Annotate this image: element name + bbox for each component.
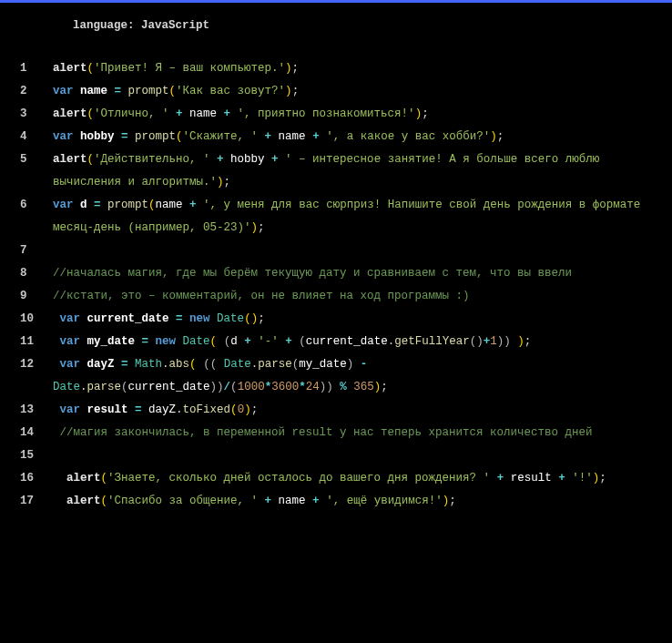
token: current_date xyxy=(128,381,210,393)
token: - xyxy=(353,358,374,371)
code-block: 1alert('Привет! Я – ваш компьютер.');2va… xyxy=(18,57,654,513)
line-number: 12 xyxy=(18,353,53,376)
token: ; xyxy=(449,495,456,507)
token: Date xyxy=(217,312,244,325)
token: = xyxy=(115,85,128,97)
code-line: 3alert('Отлично, ' + name + ', приятно п… xyxy=(18,103,654,126)
line-number: 10 xyxy=(18,308,53,331)
token: ( xyxy=(101,495,108,507)
token: d xyxy=(74,199,95,211)
code-content: var hobby = prompt('Скажите, ' + name + … xyxy=(53,126,654,148)
token: + xyxy=(210,153,231,166)
code-content: alert('Действительно, ' + hobby + ' – ин… xyxy=(53,148,654,194)
line-number: 3 xyxy=(18,103,53,126)
token: 'Спасибо за общение, ' xyxy=(107,495,258,507)
token: ( xyxy=(230,381,238,393)
token: + xyxy=(183,199,204,211)
code-content xyxy=(53,240,654,262)
token: () xyxy=(470,335,484,348)
token xyxy=(53,358,60,371)
code-line: 11 var my_date = new Date( (d + '-' + (c… xyxy=(18,331,654,353)
token: 'Привет! Я – ваш компьютер.' xyxy=(94,62,285,75)
token: alert xyxy=(66,472,101,485)
token: . xyxy=(162,358,169,371)
token: ( xyxy=(87,107,95,120)
token: = xyxy=(135,403,148,416)
language-label: language: JavaScript xyxy=(18,19,654,32)
token: ; xyxy=(422,107,429,120)
token xyxy=(210,312,218,325)
token: '-' xyxy=(258,335,279,348)
code-line: 10 var current_date = new Date(); xyxy=(18,308,654,331)
token: ; xyxy=(224,176,231,189)
code-content: var result = dayZ.toFixed(0); xyxy=(53,399,654,422)
line-number: 5 xyxy=(18,148,53,171)
token: ( xyxy=(224,335,231,348)
token: . xyxy=(80,381,87,393)
token: my_date xyxy=(80,335,142,348)
token: 1 xyxy=(490,335,497,348)
token: Date xyxy=(183,335,210,348)
token: Date xyxy=(224,358,251,371)
token: 'Знаете, сколько дней осталось до вашего… xyxy=(107,472,490,485)
token: abs xyxy=(169,358,190,371)
token: 1000 xyxy=(238,381,265,393)
token: ; xyxy=(292,62,300,75)
token: ; xyxy=(497,130,504,143)
token: ; xyxy=(599,472,606,485)
token xyxy=(53,495,66,507)
token: ) xyxy=(490,130,497,143)
token: ', приятно познакомиться!' xyxy=(238,107,415,120)
token: ) xyxy=(511,335,524,348)
token: //магия закончилась, в переменной result… xyxy=(60,426,593,439)
code-content: //началась магия, где мы берём текущую д… xyxy=(53,262,654,285)
token: ( xyxy=(176,130,183,143)
token: prompt xyxy=(135,130,176,143)
token: ( xyxy=(87,62,95,75)
token: )) xyxy=(497,335,511,348)
token: ( xyxy=(121,381,128,393)
line-number: 15 xyxy=(18,444,53,467)
token: //кстати, это – комментарий, он не влияе… xyxy=(53,290,470,302)
code-line: 7 xyxy=(18,240,654,262)
token: 'Действительно, ' xyxy=(94,153,210,166)
code-content: //магия закончилась, в переменной result… xyxy=(53,422,654,444)
code-line: 2var name = prompt('Как вас зовут?'); xyxy=(18,80,654,103)
token: = xyxy=(176,312,189,325)
token: ; xyxy=(381,381,388,393)
code-content: var name = prompt('Как вас зовут?'); xyxy=(53,80,654,103)
token: alert xyxy=(53,153,87,166)
token: 'Скажите, ' xyxy=(183,130,259,143)
token: ) xyxy=(285,62,292,75)
token: ( xyxy=(210,335,224,348)
code-content: var my_date = new Date( (d + '-' + (curr… xyxy=(53,331,654,353)
token: current_date xyxy=(306,335,388,348)
token: / xyxy=(224,381,231,393)
token: ; xyxy=(251,403,259,416)
token: )) xyxy=(210,381,224,393)
line-number: 16 xyxy=(18,467,53,490)
token xyxy=(176,335,183,348)
token: ; xyxy=(524,335,532,348)
code-content xyxy=(53,444,654,467)
token: var xyxy=(60,358,81,371)
token: ) xyxy=(217,176,224,189)
token: + xyxy=(279,335,300,348)
token: name xyxy=(189,107,217,120)
token: Date xyxy=(53,381,80,393)
token: 0 xyxy=(238,403,245,416)
code-content: alert('Знаете, сколько дней осталось до … xyxy=(53,467,654,490)
token: ( xyxy=(189,358,203,371)
token: ( xyxy=(148,199,156,211)
code-viewer: language: JavaScript 1alert('Привет! Я –… xyxy=(0,3,672,529)
line-number: 14 xyxy=(18,422,53,444)
line-number: 17 xyxy=(18,490,53,513)
token: + xyxy=(217,107,238,120)
line-number: 13 xyxy=(18,399,53,422)
token: () xyxy=(244,312,258,325)
token xyxy=(53,403,60,416)
token xyxy=(53,472,66,485)
token: prompt xyxy=(128,85,169,97)
token: + xyxy=(238,335,259,348)
code-content: alert('Привет! Я – ваш компьютер.'); xyxy=(53,57,654,80)
